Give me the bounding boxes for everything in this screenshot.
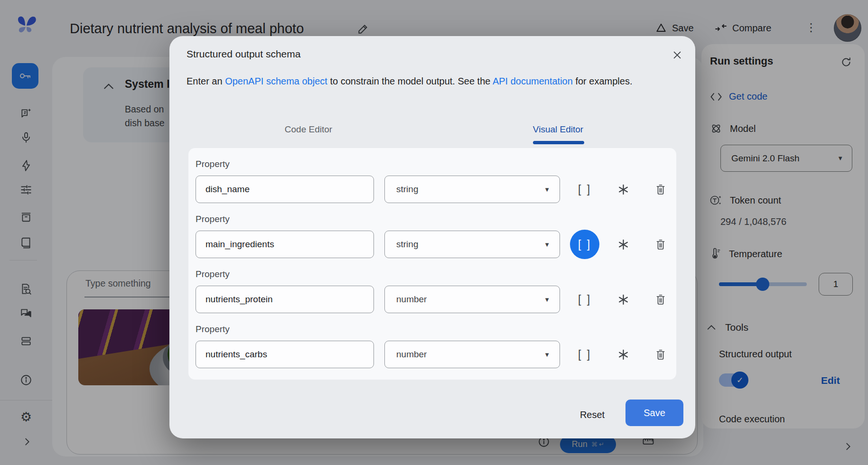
required-toggle-button[interactable]: [612, 288, 634, 310]
trash-icon: [655, 183, 666, 195]
required-toggle-button[interactable]: [612, 344, 634, 365]
property-type-select[interactable]: string ▼: [384, 176, 560, 203]
app-window: Dietary nutrient analysis of meal photo …: [0, 0, 868, 465]
property-label: Property: [196, 214, 230, 224]
schema-properties-sheet: Property string ▼ [ ] Property: [188, 148, 676, 380]
structured-output-modal: Structured output schema Enter an OpenAP…: [169, 36, 695, 438]
delete-property-button[interactable]: [650, 344, 672, 365]
tab-code-editor[interactable]: Code Editor: [256, 124, 361, 135]
array-toggle-button[interactable]: [ ]: [574, 288, 596, 310]
array-toggle-button-active[interactable]: [ ]: [570, 230, 599, 259]
required-toggle-button[interactable]: [612, 178, 634, 200]
array-toggle-button[interactable]: [ ]: [574, 344, 596, 365]
delete-property-button[interactable]: [650, 233, 672, 255]
property-type-select[interactable]: number ▼: [384, 341, 560, 368]
property-name-input[interactable]: [196, 176, 374, 203]
asterisk-icon: [617, 293, 630, 306]
property-name-input[interactable]: [196, 341, 374, 368]
chevron-down-icon: ▼: [544, 351, 550, 358]
close-icon: [672, 50, 682, 60]
required-toggle-button[interactable]: [612, 233, 634, 255]
chevron-down-icon: ▼: [544, 186, 550, 193]
asterisk-icon: [617, 238, 630, 251]
asterisk-icon: [617, 183, 630, 196]
openapi-schema-link[interactable]: OpenAPI schema object: [225, 76, 327, 86]
property-name-input[interactable]: [196, 231, 374, 258]
property-label: Property: [196, 324, 230, 335]
property-label: Property: [196, 159, 230, 169]
delete-property-button[interactable]: [650, 178, 672, 200]
save-schema-button[interactable]: Save: [625, 400, 683, 426]
trash-icon: [655, 293, 666, 306]
property-label: Property: [196, 269, 230, 279]
active-tab-underline: [533, 141, 584, 144]
trash-icon: [655, 238, 666, 251]
tab-visual-editor[interactable]: Visual Editor: [506, 124, 610, 135]
property-type-select[interactable]: string ▼: [384, 231, 560, 258]
reset-button[interactable]: Reset: [566, 401, 618, 428]
delete-property-button[interactable]: [650, 288, 672, 310]
asterisk-icon: [617, 348, 630, 361]
modal-description: Enter an OpenAPI schema object to constr…: [187, 76, 632, 87]
array-toggle-button[interactable]: [ ]: [574, 178, 596, 200]
chevron-down-icon: ▼: [544, 241, 550, 248]
modal-close-button[interactable]: [667, 45, 688, 65]
trash-icon: [655, 348, 666, 361]
api-documentation-link[interactable]: API documentation: [493, 76, 573, 86]
property-type-select[interactable]: number ▼: [384, 286, 560, 313]
chevron-down-icon: ▼: [544, 296, 550, 303]
modal-title: Structured output schema: [187, 48, 300, 60]
property-name-input[interactable]: [196, 286, 374, 313]
